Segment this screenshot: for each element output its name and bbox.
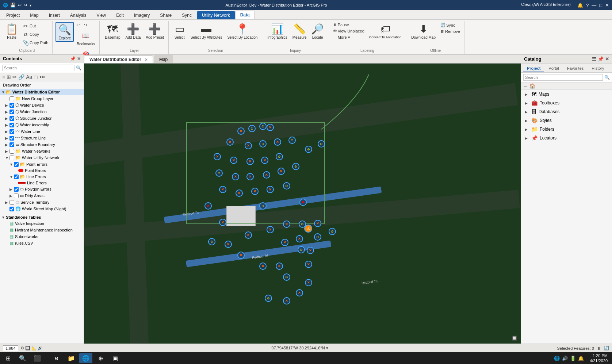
layer-checkbox[interactable] <box>9 207 14 211</box>
tab-view[interactable]: View <box>92 11 111 19</box>
layer-checkbox[interactable] <box>9 96 14 101</box>
catalog-item-databases[interactable]: ▶ 🗄 Databases <box>521 107 612 116</box>
network-node[interactable]: ⊙ <box>288 137 296 144</box>
network-node[interactable]: ✕ <box>219 219 226 226</box>
list-by-editing-icon[interactable]: ✏ <box>12 74 17 80</box>
copy-path-button[interactable]: 📎 Copy Path <box>20 39 50 47</box>
catalog-expand-icon[interactable]: ▶ <box>525 101 529 105</box>
tab-edit[interactable]: Edit <box>111 11 129 19</box>
catalog-expand-icon[interactable]: ▶ <box>525 92 529 96</box>
catalog-pin-icon[interactable]: 📌 <box>598 56 604 62</box>
map-tab-water-distribution[interactable]: Water Distribution Editor ✕ <box>84 55 153 63</box>
network-node[interactable]: ✕ <box>305 261 312 268</box>
network-node[interactable]: ⊙ <box>305 146 312 153</box>
notification-taskbar-icon[interactable]: 🔔 <box>578 356 584 361</box>
network-node[interactable]: ⊙ <box>318 140 325 147</box>
catalog-item-folders[interactable]: ▶ 📁 Folders <box>521 125 612 134</box>
chrome-button[interactable]: ⊕ <box>94 353 107 363</box>
network-node[interactable]: ✕ <box>246 173 254 180</box>
network-node[interactable]: ✕ <box>283 221 290 228</box>
layer-checkbox[interactable] <box>14 194 19 198</box>
network-node[interactable]: ✕ <box>263 171 270 179</box>
tab-sync[interactable]: Sync <box>177 11 196 19</box>
scale-controls[interactable]: ⚙ 🔲 📐 🔊 <box>20 346 43 350</box>
explore-button[interactable]: 🔍 Explore <box>56 22 74 42</box>
layer-checkbox[interactable] <box>9 116 14 121</box>
select-by-location-button[interactable]: 📍 Select By Location <box>225 22 260 41</box>
quick-access-save[interactable]: 💾 <box>10 3 16 8</box>
add-data-button[interactable]: ➕ Add Data <box>123 22 143 41</box>
layer-water-utility-network[interactable]: ▼ 📂 Water Utility Network <box>0 154 84 161</box>
view-unplaced-button[interactable]: 👁 View Unplaced <box>331 28 366 34</box>
network-node[interactable]: ✕ <box>283 297 290 304</box>
refresh-icon[interactable]: 🔄 <box>604 346 609 350</box>
layer-checkbox[interactable] <box>9 149 14 154</box>
layer-structure-junction[interactable]: ▶ ⬡ Structure Junction <box>0 115 84 122</box>
tab-analysis[interactable]: Analysis <box>65 11 91 19</box>
layer-expand-icon[interactable]: ▶ <box>5 130 9 134</box>
layer-expand-icon[interactable]: ▶ <box>5 136 9 140</box>
task-view-button[interactable]: ⬛ <box>31 353 44 363</box>
list-by-selection-icon[interactable]: ◻ <box>34 74 38 80</box>
network-node[interactable]: ⊙ <box>276 153 283 160</box>
layer-checkbox[interactable] <box>9 129 14 134</box>
download-map-button[interactable]: ⬇ Download Map <box>409 22 438 41</box>
help-button[interactable]: ? <box>586 3 589 8</box>
pause-button[interactable]: ⏸ Pause <box>331 22 366 28</box>
tab-utility-network[interactable]: Utility Network <box>197 11 235 19</box>
contents-search-icon[interactable]: 🔍 <box>76 65 81 70</box>
contents-close-icon[interactable]: ✕ <box>77 56 81 61</box>
layer-dirty-areas[interactable]: ▶ ▭ Dirty Areas <box>0 192 84 199</box>
network-node[interactable]: ✕ <box>251 188 259 195</box>
network-node[interactable]: ⊙ <box>298 246 305 253</box>
catalog-close-icon[interactable]: ✕ <box>605 56 609 62</box>
network-node[interactable]: ✕ <box>267 186 274 193</box>
volume-icon[interactable]: 🔊 <box>562 356 568 361</box>
layer-expand-icon[interactable]: ▶ <box>5 200 9 204</box>
network-node[interactable]: ✕ <box>230 157 237 164</box>
network-node[interactable]: ✕ <box>274 138 281 146</box>
layer-expand-icon[interactable]: ▶ <box>5 103 9 107</box>
catalog-home-icon[interactable]: 🏠 <box>529 83 535 89</box>
measure-button[interactable]: 📏 Measure <box>290 22 309 41</box>
network-node[interactable]: ✕ <box>296 235 303 242</box>
quick-access-redo[interactable]: ↪ <box>24 3 27 8</box>
catalog-search-input[interactable] <box>523 74 603 81</box>
layer-new-group[interactable]: 📁 New Group Layer <box>0 95 84 102</box>
map-canvas[interactable]: Redbud Trl Redbud Trl Redbud Trl ✕ ⊙ ⊙ ✕… <box>84 64 521 344</box>
terminal-button[interactable]: ▣ <box>108 353 122 363</box>
minimize-button[interactable]: — <box>592 3 596 8</box>
remove-button[interactable]: 🗑 Remove <box>439 28 462 34</box>
map-scale-icon[interactable]: 🔲 <box>512 336 517 341</box>
search-taskbar-button[interactable]: 🔍 <box>16 353 29 363</box>
layer-service-territory[interactable]: ▶ ▭ Service Territory <box>0 199 84 206</box>
network-node[interactable]: ✕ <box>245 142 252 149</box>
add-preset-button[interactable]: ➕ Add Preset <box>144 22 166 41</box>
catalog-expand-icon[interactable]: ▶ <box>525 119 529 123</box>
layer-water-line[interactable]: ▶ 〰 Water Line <box>0 128 84 135</box>
catalog-tab-project[interactable]: Project <box>523 65 544 72</box>
network-node[interactable]: ⊙ <box>283 182 290 189</box>
network-node[interactable]: ✕ <box>267 226 274 233</box>
infographics-button[interactable]: 📊 Infographics <box>265 22 289 41</box>
catalog-expand-icon[interactable]: ▶ <box>525 136 529 140</box>
network-node[interactable]: ✕ <box>276 263 283 270</box>
list-by-source-icon[interactable]: ⊞ <box>7 74 11 80</box>
layer-checkbox[interactable] <box>9 136 14 141</box>
tab-insert[interactable]: Insert <box>44 11 65 19</box>
catalog-item-maps[interactable]: ▶ 🗺 Maps <box>521 90 612 99</box>
layer-water-networks[interactable]: ▶ 📁 Water Networks <box>0 148 84 154</box>
network-node[interactable]: ⊙ <box>283 273 290 281</box>
layer-checkbox[interactable] <box>9 103 14 108</box>
catalog-expand-icon[interactable]: ▶ <box>525 110 529 114</box>
layer-checkbox[interactable] <box>9 123 14 127</box>
list-by-labeling-icon[interactable]: Aa <box>26 74 32 80</box>
notification-icon[interactable]: 🔔 <box>577 3 583 8</box>
paste-button[interactable]: 📋 Paste <box>4 22 20 41</box>
more-labeling-button[interactable]: ⋯ More ▾ <box>331 34 366 41</box>
layer-point-errors-group[interactable]: ▼ 📂 Point Errors <box>0 161 84 168</box>
battery-icon[interactable]: 🔋 <box>570 356 576 361</box>
network-node[interactable]: ⊙ <box>208 238 215 245</box>
sync-button[interactable]: 🔄 Sync <box>439 22 462 28</box>
layer-polygon-errors[interactable]: ▶ ▭ Polygon Errors <box>0 186 84 192</box>
